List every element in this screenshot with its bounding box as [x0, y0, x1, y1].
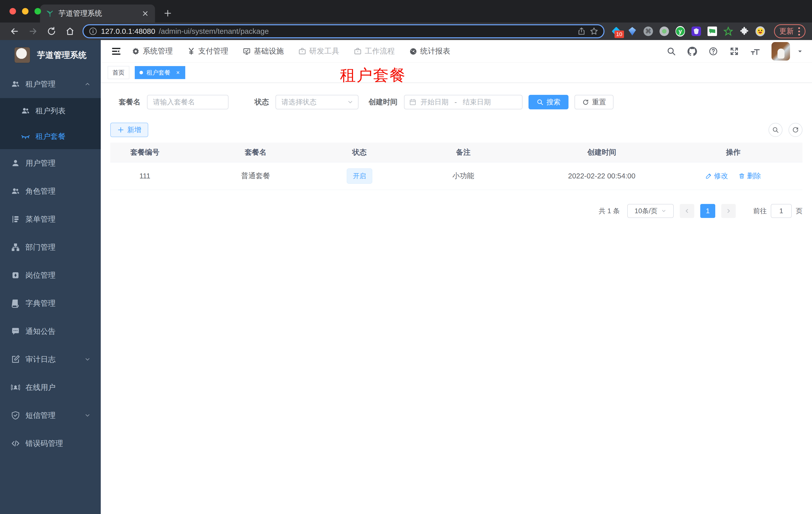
sidebar-item-role-management[interactable]: 角色管理	[0, 177, 101, 205]
sidebar-item-sms-management[interactable]: 短信管理	[0, 401, 101, 429]
sidebar-item-tenant-package[interactable]: 租户套餐	[0, 124, 101, 149]
sidebar-fold-icon[interactable]	[111, 46, 122, 57]
profile-avatar-icon[interactable]	[755, 27, 765, 36]
col-actions: 操作	[664, 143, 803, 162]
prev-page-button[interactable]	[680, 204, 694, 218]
minimize-window-button[interactable]	[22, 8, 29, 15]
sidebar-item-audit-log[interactable]: 审计日志	[0, 345, 101, 373]
window-controls[interactable]	[9, 8, 41, 15]
sidebar-item-dept-management[interactable]: 部门管理	[0, 233, 101, 261]
sidebar-item-user-management[interactable]: 用户管理	[0, 149, 101, 177]
search-icon	[772, 126, 779, 133]
browser-update-button[interactable]: 更新	[774, 24, 806, 38]
maximize-window-button[interactable]	[34, 8, 41, 15]
edit-label: 修改	[714, 171, 728, 181]
avatar-caret-icon[interactable]	[797, 48, 803, 54]
page-size-select[interactable]: 10条/页	[627, 204, 674, 218]
site-info-icon[interactable]	[88, 27, 97, 36]
status-badge[interactable]: 开启	[347, 168, 372, 184]
home-button[interactable]	[62, 24, 78, 38]
users-icon	[21, 106, 30, 115]
forward-button[interactable]	[25, 24, 41, 38]
add-button[interactable]: 新增	[110, 123, 148, 137]
status-select[interactable]: 请选择状态	[276, 95, 358, 109]
tag-close-icon[interactable]	[175, 70, 180, 75]
next-page-button[interactable]	[721, 204, 736, 218]
extension-diamond-icon[interactable]: 10	[611, 27, 621, 36]
status-placeholder: 请选择状态	[282, 97, 347, 107]
address-bar[interactable]: 127.0.0.1:48080 /admin-ui/system/tenant/…	[83, 24, 605, 38]
top-nav-devtools[interactable]: 研发工具	[298, 46, 339, 56]
date-separator: -	[453, 98, 459, 106]
sidebar-item-label: 租户套餐	[35, 131, 91, 142]
user-avatar[interactable]	[772, 42, 790, 60]
sidebar-item-label: 错误码管理	[26, 438, 91, 449]
browser-tab[interactable]: 芋道管理系统	[40, 4, 155, 23]
sidebar-item-dict-management[interactable]: 字典管理	[0, 289, 101, 317]
users-icon	[11, 80, 20, 88]
extensions-puzzle-icon[interactable]	[740, 27, 749, 36]
col-package-id: 套餐编号	[110, 143, 179, 162]
table-header-row: 套餐编号 套餐名 状态 备注 创建时间 操作	[110, 143, 803, 162]
browser-menu-icon[interactable]	[798, 27, 800, 35]
app-window: 芋道管理系统 租户管理 租户列表 租户套餐	[0, 40, 812, 514]
sidebar-item-post-management[interactable]: 岗位管理	[0, 261, 101, 289]
tag-home[interactable]: 首页	[108, 66, 129, 79]
extension-dot-icon[interactable]	[660, 27, 669, 36]
screen: 芋道管理系统 127.0.0.1:48080 /admin-ui/system/…	[0, 0, 812, 514]
new-tab-button[interactable]	[162, 7, 174, 19]
back-button[interactable]	[6, 24, 23, 38]
extension-shield-icon[interactable]	[692, 27, 701, 36]
top-nav-workflow[interactable]: 工作流程	[354, 46, 395, 56]
refresh-table-button[interactable]	[788, 123, 803, 137]
top-nav-system[interactable]: 系统管理	[132, 46, 173, 56]
sidebar-item-label: 租户列表	[35, 106, 91, 116]
cell-actions: 修改 删除	[664, 162, 803, 190]
briefcase-icon	[298, 47, 306, 55]
edit-link[interactable]: 修改	[705, 171, 728, 181]
help-icon[interactable]	[708, 47, 718, 56]
delete-link[interactable]: 删除	[738, 171, 761, 181]
extension-y-icon[interactable]: y	[675, 27, 685, 36]
github-icon[interactable]	[688, 47, 697, 56]
close-window-button[interactable]	[9, 8, 16, 15]
date-range-picker[interactable]: 开始日期 - 结束日期	[404, 95, 522, 109]
tab-close-icon[interactable]	[142, 10, 149, 17]
sidebar-logo[interactable]: 芋道管理系统	[0, 40, 101, 70]
calendar-icon	[409, 98, 416, 106]
tag-tenant-package[interactable]: 租户套餐	[135, 66, 185, 79]
show-search-button[interactable]	[768, 123, 783, 137]
sidebar-item-notice[interactable]: 通知公告	[0, 317, 101, 345]
sidebar-item-tenant-list[interactable]: 租户列表	[0, 98, 101, 124]
favicon-plant-icon	[46, 9, 54, 18]
org-chart-icon	[11, 243, 20, 252]
reload-button[interactable]	[44, 24, 59, 38]
goto-page-input[interactable]	[771, 204, 792, 218]
cell-package-id: 111	[110, 162, 179, 190]
search-button[interactable]: 搜索	[528, 95, 569, 109]
sidebar-item-menu-management[interactable]: 菜单管理	[0, 205, 101, 233]
fullscreen-icon[interactable]	[729, 47, 739, 56]
top-nav-payment[interactable]: 支付管理	[187, 46, 228, 56]
browser-tabbar: 芋道管理系统	[0, 0, 812, 23]
sidebar-item-error-code[interactable]: 错误码管理	[0, 429, 101, 457]
search-icon[interactable]	[667, 47, 676, 56]
extension-gem-icon[interactable]	[628, 27, 637, 36]
extension-star-icon[interactable]	[724, 27, 733, 36]
reset-button[interactable]: 重置	[575, 95, 613, 109]
sidebar-item-online-users[interactable]: 在线用户	[0, 373, 101, 401]
app-title: 芋道管理系统	[37, 50, 87, 61]
sidebar-item-tenant-management[interactable]: 租户管理	[0, 70, 101, 98]
page-number-1[interactable]: 1	[700, 204, 715, 218]
chevron-down-icon	[347, 99, 353, 105]
font-size-icon[interactable]	[751, 47, 760, 56]
extension-command-icon[interactable]: ⌘	[643, 27, 653, 36]
top-nav-report[interactable]: 统计报表	[409, 46, 450, 56]
refresh-icon	[792, 126, 799, 133]
bookmark-star-icon[interactable]	[589, 27, 599, 36]
package-name-input[interactable]	[147, 95, 229, 109]
share-icon[interactable]	[577, 27, 586, 36]
top-nav-infra[interactable]: 基础设施	[243, 46, 284, 56]
table-row: 111 普通套餐 开启 小功能 2022-02-22 00:54:00 修改	[110, 162, 803, 190]
extension-chat-icon[interactable]	[707, 27, 717, 36]
